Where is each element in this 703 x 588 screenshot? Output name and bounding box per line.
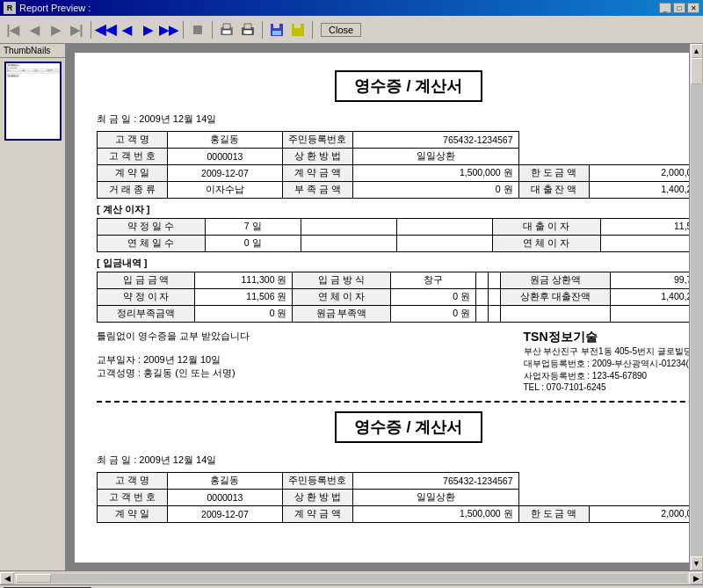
sidebar: ThumbNails 영수증/계산서 최 금 일 : 2009년 12월 14일…	[0, 44, 66, 570]
r2-value-contract-amt: 1,500,000 원	[352, 506, 518, 523]
table-row: 약 정 일 수 7 일 대 출 이 자 11,506 원	[98, 219, 690, 236]
separator-5	[312, 21, 313, 39]
cell-spacer8	[610, 306, 689, 323]
value-overdue-days: 0 일	[205, 236, 301, 252]
close-button[interactable]: Close	[321, 23, 361, 37]
receipt1-title: 영수증 / 계산서	[335, 70, 482, 102]
r2-label-repay-method: 상 환 방 법	[282, 490, 352, 506]
label-limit-amt: 한 도 금 액	[518, 165, 589, 182]
value-repay-method: 일일상환	[352, 149, 518, 165]
label-overdue-interest: 연 체 이 자	[492, 236, 600, 252]
separator-4	[262, 21, 263, 39]
maximize-button[interactable]: □	[673, 3, 685, 13]
label-overdue-interest2: 연 체 이 자	[293, 289, 390, 306]
r2-value-contract-date: 2009-12-07	[168, 506, 283, 523]
r2-label-id-num: 주민등록번호	[282, 473, 352, 490]
fwd2-button[interactable]: ▶▶	[159, 20, 178, 40]
label-agreed-interest: 약 정 이 자	[98, 289, 195, 306]
title-bar: R Report Preview : _ □ ✕	[0, 0, 703, 16]
table-row: 고 객 번 호 0000013 상 환 방 법 일일상환	[98, 149, 690, 165]
receipt2-title: 영수증 / 계산서	[335, 411, 482, 443]
table-row: 연 체 일 수 0 일 연 체 이 자 0 원	[98, 236, 690, 252]
export-button[interactable]	[288, 20, 308, 40]
label-trade-type: 거 래 종 류	[98, 182, 168, 199]
svg-rect-9	[272, 31, 281, 35]
value-principal-repay: 99,794 원	[610, 272, 689, 289]
main-layout: ThumbNails 영수증/계산서 최 금 일 : 2009년 12월 14일…	[0, 44, 703, 570]
company-name: TSN정보기술	[524, 330, 690, 345]
company-tel: TEL : 070-7101-6245	[524, 382, 690, 392]
horizontal-scrollbar[interactable]: ◀ ▶	[0, 570, 703, 584]
value-limit-amt: 2,000,000 원	[589, 165, 689, 182]
next-page-button[interactable]: ▶	[46, 20, 65, 40]
r2-label-limit-amt: 한 도 금 액	[518, 506, 589, 523]
print-button[interactable]	[217, 20, 236, 40]
value-customer-name: 홍길동	[168, 132, 283, 149]
minimize-button[interactable]: _	[659, 3, 671, 13]
table-row: 고 객 명 홍길동 주민등록번호 765432-1234567	[98, 132, 690, 149]
r2-value-customer-no: 0000013	[168, 490, 283, 506]
scroll-right-button[interactable]: ▶	[689, 572, 703, 584]
value-post-repay-balance: 1,400,206 원	[610, 289, 689, 306]
receipt1-date: 최 금 일 : 2009년 12월 14일	[97, 113, 689, 126]
h-scroll-thumb[interactable]	[16, 574, 51, 583]
value-loan-balance: 1,400,206 원	[589, 182, 689, 199]
last-page-button[interactable]: ▶|	[67, 20, 86, 40]
label-loan-balance: 대 출 잔 액	[518, 182, 589, 199]
table-row: 계 약 일 2009-12-07 계 약 금 액 1,500,000 원 한 도…	[98, 506, 690, 523]
scroll-thumb[interactable]	[691, 58, 703, 84]
r2-label-customer-name: 고 객 명	[98, 473, 168, 490]
stop-button[interactable]	[188, 20, 207, 40]
table-row: 약 정 이 자 11,506 원 연 체 이 자 0 원 상환후 대출잔액 1,…	[98, 289, 690, 306]
close-window-button[interactable]: ✕	[687, 3, 699, 13]
table-row: 거 래 종 류 이자수납 부 족 금 액 0 원 대 출 잔 액 1,400,2…	[98, 182, 690, 199]
label-overdue-days: 연 체 일 수	[98, 236, 206, 252]
receipt2-date: 최 금 일 : 2009년 12월 14일	[97, 454, 689, 467]
cell-spacer1	[475, 272, 488, 289]
prev-page-button[interactable]: ◀	[25, 20, 44, 40]
label-contract-date: 계 약 일	[98, 165, 168, 182]
r2-label-contract-date: 계 약 일	[98, 506, 168, 523]
cell-spacer6	[488, 306, 500, 323]
back2-button[interactable]: ◀	[117, 20, 136, 40]
page-1: 영수증 / 계산서 최 금 일 : 2009년 12월 14일 고 객 명 홍길…	[75, 53, 689, 563]
interest-section-header: [ 계산 이자 ]	[97, 203, 689, 216]
value-settlement-shortage: 0 원	[195, 306, 293, 323]
payment-table: 입 금 금 액 111,300 원 입 금 방 식 창구 원금 상환액 99,7…	[97, 272, 689, 323]
r2-label-customer-no: 고 객 번 호	[98, 490, 168, 506]
scroll-left-button[interactable]: ◀	[0, 572, 14, 584]
table-row: 정리부족금액 0 원 원금 부족액 0 원	[98, 306, 690, 323]
content-area[interactable]: 영수증 / 계산서 최 금 일 : 2009년 12월 14일 고 객 명 홍길…	[66, 44, 689, 570]
label-principal-shortage: 원금 부족액	[293, 306, 390, 323]
status-bar: Page 1 of 1	[0, 584, 703, 588]
label-shortage-amt: 부 족 금 액	[282, 182, 352, 199]
scroll-up-button[interactable]: ▲	[691, 44, 703, 58]
value-loan-interest: 11,506 원	[600, 219, 689, 236]
visit-date: 교부일자 : 2009년 12월 10일	[97, 353, 250, 367]
back-button[interactable]: ◀◀	[96, 20, 115, 40]
page-container: 영수증 / 계산서 최 금 일 : 2009년 12월 14일 고 객 명 홍길…	[75, 53, 680, 563]
separator-2	[183, 21, 184, 39]
svg-rect-6	[243, 30, 252, 34]
right-scrollbar[interactable]: ▲ ▼	[689, 44, 703, 570]
label-post-repay-balance: 상환후 대출잔액	[500, 289, 610, 306]
thumbnail-page1[interactable]: 영수증/계산서 최 금 일 : 2009년 12월 14일 고 객 명홍길동주민…	[4, 62, 62, 141]
cell-spacer3	[475, 289, 488, 306]
print2-button[interactable]	[238, 20, 257, 40]
value-overdue-interest2: 0 원	[390, 289, 475, 306]
label-agreed-days: 약 정 일 수	[98, 219, 206, 236]
cell-spacer7	[500, 306, 610, 323]
save-button[interactable]	[267, 20, 286, 40]
fwd-button[interactable]: ▶	[138, 20, 157, 40]
svg-rect-5	[244, 24, 251, 29]
svg-rect-2	[223, 24, 230, 29]
status-area: ◀ ▶ Page 1 of 1	[0, 570, 703, 588]
label-contract-amt: 계 약 금 액	[282, 165, 352, 182]
table-row: 고 객 번 호 0000013 상 환 방 법 일일상환	[98, 490, 690, 506]
svg-rect-3	[222, 30, 231, 34]
receipt1-title-wrapper: 영수증 / 계산서	[97, 70, 689, 109]
r2-value-repay-method: 일일상환	[352, 490, 518, 506]
label-deposit-method: 입 금 방 식	[293, 272, 390, 289]
scroll-down-button[interactable]: ▼	[691, 556, 703, 570]
first-page-button[interactable]: |◀	[4, 20, 23, 40]
